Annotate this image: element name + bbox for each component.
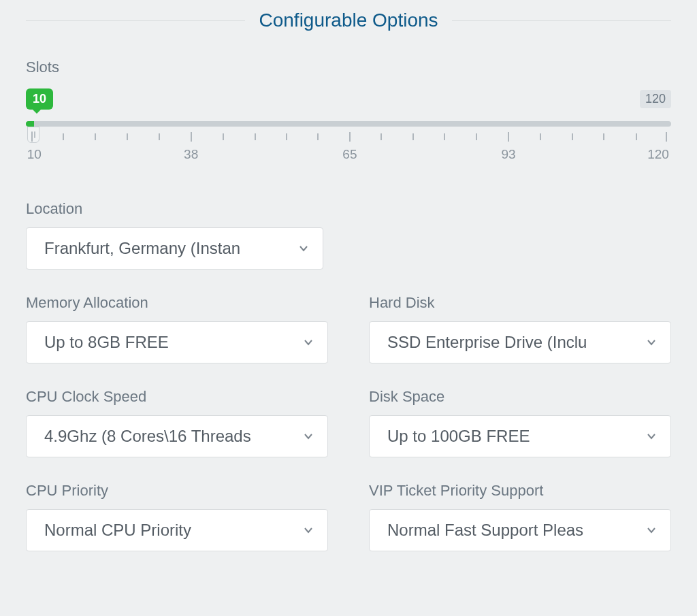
slots-slider[interactable]: 10 120 — [26, 88, 671, 165]
divider-left — [26, 20, 245, 21]
memory-select[interactable]: Up to 8GB FREE — [26, 321, 328, 363]
memory-section: Memory Allocation Up to 8GB FREE — [26, 294, 328, 363]
scale-label: 10 — [27, 147, 42, 162]
chevron-down-icon — [646, 333, 657, 352]
diskspace-label: Disk Space — [369, 388, 671, 406]
slots-label: Slots — [26, 59, 671, 76]
chevron-down-icon — [646, 521, 657, 540]
vipsupport-section: VIP Ticket Priority Support Normal Fast … — [369, 482, 671, 551]
scale-label: 65 — [342, 147, 357, 162]
slider-track[interactable] — [26, 121, 671, 127]
slider-current-value-badge: 10 — [26, 88, 53, 110]
location-select-value: Frankfurt, Germany (Instan — [44, 239, 240, 258]
divider-right — [452, 20, 671, 21]
cpuclock-select-value: 4.9Ghz (8 Cores\16 Threads — [44, 427, 251, 446]
memory-select-value: Up to 8GB FREE — [44, 333, 169, 352]
chevron-down-icon — [303, 333, 314, 352]
slider-ticks — [26, 132, 671, 146]
row-cpuclock-diskspace: CPU Clock Speed 4.9Ghz (8 Cores\16 Threa… — [26, 388, 671, 457]
cpupriority-section: CPU Priority Normal CPU Priority — [26, 482, 328, 551]
vipsupport-select-value: Normal Fast Support Pleas — [387, 521, 583, 540]
vipsupport-label: VIP Ticket Priority Support — [369, 482, 671, 500]
cpuclock-select[interactable]: 4.9Ghz (8 Cores\16 Threads — [26, 415, 328, 457]
section-heading-row: Configurable Options — [26, 0, 671, 59]
cpupriority-select[interactable]: Normal CPU Priority — [26, 509, 328, 551]
harddisk-select[interactable]: SSD Enterprise Drive (Inclu — [369, 321, 671, 363]
slider-fill — [26, 121, 34, 127]
section-title: Configurable Options — [259, 10, 438, 31]
chevron-down-icon — [303, 521, 314, 540]
harddisk-select-value: SSD Enterprise Drive (Inclu — [387, 333, 587, 352]
diskspace-select[interactable]: Up to 100GB FREE — [369, 415, 671, 457]
cpupriority-select-value: Normal CPU Priority — [44, 521, 191, 540]
diskspace-section: Disk Space Up to 100GB FREE — [369, 388, 671, 457]
slider-badges: 10 120 — [26, 88, 671, 120]
chevron-down-icon — [303, 427, 314, 446]
location-label: Location — [26, 200, 671, 218]
scale-label: 93 — [502, 147, 516, 162]
scale-label: 120 — [647, 147, 669, 162]
cpupriority-label: CPU Priority — [26, 482, 328, 500]
harddisk-section: Hard Disk SSD Enterprise Drive (Inclu — [369, 294, 671, 363]
cpuclock-label: CPU Clock Speed — [26, 388, 328, 406]
row-cpupriority-vipsupport: CPU Priority Normal CPU Priority VIP Tic… — [26, 482, 671, 551]
slots-section: Slots 10 120 — [26, 59, 671, 165]
chevron-down-icon — [298, 239, 309, 258]
diskspace-select-value: Up to 100GB FREE — [387, 427, 530, 446]
memory-label: Memory Allocation — [26, 294, 328, 312]
row-memory-harddisk: Memory Allocation Up to 8GB FREE Hard Di… — [26, 294, 671, 363]
location-select[interactable]: Frankfurt, Germany (Instan — [26, 227, 323, 270]
slider-max-value-badge: 120 — [640, 90, 671, 108]
harddisk-label: Hard Disk — [369, 294, 671, 312]
cpuclock-section: CPU Clock Speed 4.9Ghz (8 Cores\16 Threa… — [26, 388, 328, 457]
slider-scale-labels: 10 38 65 93 120 — [26, 147, 671, 165]
location-section: Location Frankfurt, Germany (Instan — [26, 200, 671, 270]
chevron-down-icon — [646, 427, 657, 446]
vipsupport-select[interactable]: Normal Fast Support Pleas — [369, 509, 671, 551]
scale-label: 38 — [184, 147, 198, 162]
